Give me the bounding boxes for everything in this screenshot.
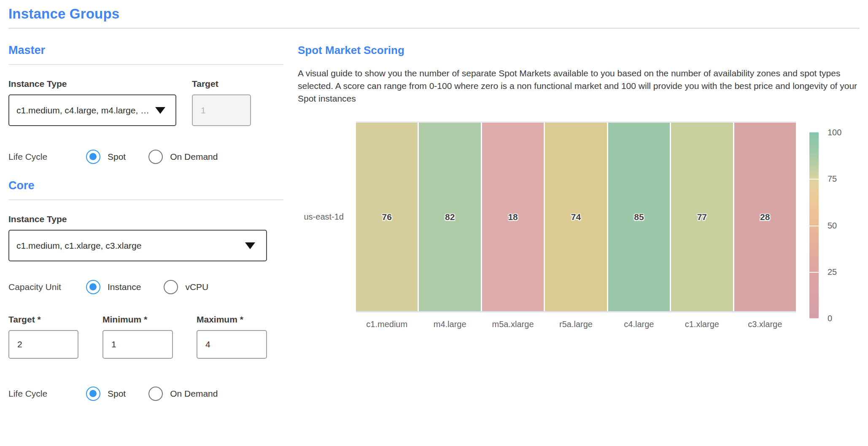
master-life-cycle-label: Life Cycle — [8, 152, 86, 162]
colorbar-labels: 100 75 50 25 0 — [828, 132, 853, 318]
master-instance-type-label: Instance Type — [8, 79, 176, 89]
master-life-cycle-option-on-demand[interactable]: On Demand — [148, 150, 218, 164]
core-instance-type-label: Instance Type — [8, 214, 283, 224]
core-minimum-input[interactable] — [102, 330, 173, 359]
core-life-cycle-label: Life Cycle — [8, 389, 86, 399]
capacity-unit-option-instance[interactable]: Instance — [86, 280, 141, 294]
radio-selected-icon — [86, 150, 100, 164]
heatmap-x-axis: c1.medium m4.large m5a.xlarge r5a.large … — [356, 320, 796, 329]
master-target-label: Target — [192, 79, 251, 89]
heatmap-col-label: c3.xlarge — [734, 320, 796, 329]
form-column: Master Instance Type c1.medium, c4.large… — [8, 29, 283, 401]
radio-unselected-icon — [148, 387, 163, 401]
core-minimum-label: Minimum * — [102, 314, 173, 325]
radio-selected-icon — [86, 280, 100, 294]
heatmap-col-label: c1.xlarge — [671, 320, 733, 329]
heatmap-col-label: c1.medium — [356, 320, 418, 329]
master-target-input[interactable] — [192, 94, 251, 126]
master-life-cycle-group: Life Cycle Spot On Demand — [8, 150, 283, 164]
core-life-cycle-group: Life Cycle Spot On Demand — [8, 387, 283, 401]
colorbar-tick-line — [809, 226, 819, 226]
heatmap-cell: 77 — [671, 123, 733, 311]
heatmap-colorbar — [809, 132, 819, 318]
core-maximum-label: Maximum * — [197, 314, 267, 325]
master-section-heading: Master — [8, 44, 283, 57]
heatmap-cell: 74 — [545, 123, 607, 311]
radio-selected-icon — [86, 387, 100, 401]
core-maximum-input[interactable] — [197, 330, 267, 359]
scoring-description: A visual guide to show you the number of… — [298, 67, 860, 105]
colorbar-tick-label: 50 — [828, 220, 837, 230]
core-target-label: Target * — [8, 314, 78, 325]
core-instance-type-dropdown[interactable]: c1.medium, c1.xlarge, c3.xlarge — [8, 230, 267, 261]
core-instance-type-value: c1.medium, c1.xlarge, c3.xlarge — [16, 241, 141, 251]
radio-unselected-icon — [148, 150, 163, 164]
core-divider — [8, 199, 283, 200]
heatmap-cell: 85 — [608, 123, 670, 311]
colorbar-tick-label: 100 — [828, 128, 841, 137]
heatmap-col-label: m4.large — [419, 320, 480, 329]
master-life-cycle-option-spot[interactable]: Spot — [86, 150, 126, 164]
colorbar-tick-line — [809, 179, 819, 180]
heatmap-col-label: m5a.xlarge — [482, 320, 544, 329]
core-section-heading: Core — [8, 179, 283, 192]
scoring-column: Spot Market Scoring A visual guide to sh… — [298, 29, 860, 329]
spot-market-heatmap: us-east-1d 76 82 18 74 85 77 28 c1.mediu… — [298, 121, 860, 329]
heatmap-cell: 76 — [356, 123, 418, 311]
chevron-down-icon — [245, 242, 255, 249]
chevron-down-icon — [155, 107, 165, 114]
capacity-unit-option-vcpu[interactable]: vCPU — [164, 280, 208, 294]
heatmap-cell: 82 — [419, 123, 480, 311]
instance-groups-page: Instance Groups Master Instance Type c1.… — [0, 0, 868, 401]
core-life-cycle-option-spot[interactable]: Spot — [86, 387, 126, 401]
heatmap-colorbar-wrap: 100 75 50 25 0 — [809, 132, 853, 329]
heatmap-plot: 76 82 18 74 85 77 28 — [356, 121, 796, 312]
heatmap-cell: 18 — [482, 123, 544, 311]
master-instance-type-value: c1.medium, c4.large, m4.large, … — [16, 105, 149, 116]
heatmap-col-label: c4.large — [608, 320, 670, 329]
colorbar-tick-label: 25 — [828, 267, 837, 277]
capacity-unit-label: Capacity Unit — [8, 282, 86, 292]
colorbar-tick-label: 75 — [828, 174, 837, 184]
core-target-input[interactable] — [8, 330, 78, 359]
radio-unselected-icon — [164, 280, 178, 294]
colorbar-tick-label: 0 — [828, 314, 832, 323]
heatmap-cell: 28 — [734, 123, 796, 311]
colorbar-tick-line — [809, 272, 819, 273]
page-title: Instance Groups — [8, 6, 860, 22]
scoring-heading: Spot Market Scoring — [298, 44, 860, 57]
heatmap-col-label: r5a.large — [545, 320, 607, 329]
capacity-unit-group: Capacity Unit Instance vCPU — [8, 280, 283, 294]
heatmap-row-label: us-east-1d — [304, 212, 344, 222]
core-life-cycle-option-on-demand[interactable]: On Demand — [148, 387, 218, 401]
master-instance-type-dropdown[interactable]: c1.medium, c4.large, m4.large, … — [8, 94, 176, 126]
